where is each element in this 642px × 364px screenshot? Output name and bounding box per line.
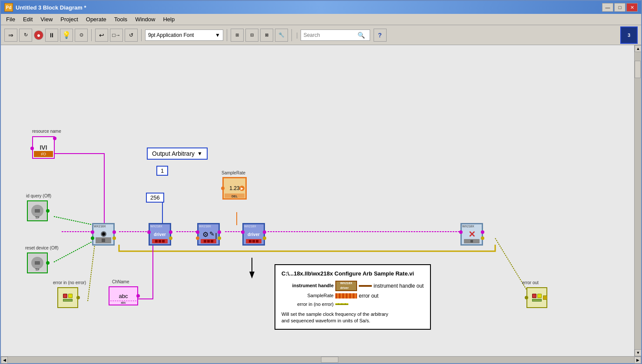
close-button[interactable]: ✕	[626, 3, 638, 12]
del-label: DEL	[232, 195, 238, 198]
search-input[interactable]	[304, 32, 356, 38]
tooltip-row1-wire: WX218Xdriver instrument handle out	[335, 281, 424, 291]
wx4-right-conn	[263, 230, 266, 234]
highlight-button[interactable]: 💡	[60, 29, 73, 42]
error-in-block[interactable]	[57, 287, 78, 308]
sample-rate-body: 1.23 ▶ DEL	[222, 177, 247, 200]
tooltip-row2-wire: error out	[335, 292, 378, 300]
gbar-sq1	[470, 240, 473, 243]
run-button[interactable]: ⇒	[4, 29, 17, 42]
scroll-right-button[interactable]: ▶	[634, 357, 641, 364]
id-query-label: id query (Off)	[26, 193, 51, 198]
tf-label-reset: TF	[35, 268, 40, 272]
tooltip-row1-right: instrument handle out	[374, 282, 424, 290]
wx218x-block-2[interactable]: WX218X driver	[149, 223, 171, 246]
wx2-right-conn	[169, 230, 172, 234]
wx218x-block-4[interactable]: WX218X driver	[242, 223, 265, 246]
distribute-button[interactable]: ⊟	[245, 29, 258, 42]
ch-name-body: abc abc	[109, 286, 138, 305]
ch-name-connector	[136, 294, 140, 298]
rotate-button[interactable]: ↺	[125, 29, 138, 42]
menu-tools[interactable]: Tools	[111, 15, 131, 24]
output-arbitrary-dropdown[interactable]: Output Arbitrary ▼	[147, 148, 208, 160]
abort-button[interactable]: ●	[34, 30, 43, 40]
error-out-block[interactable]	[526, 287, 547, 308]
wx1-left-conn	[91, 230, 94, 234]
wx-label-1: WX218X	[94, 225, 106, 228]
eo2	[537, 294, 542, 298]
scroll-thumb-right[interactable]	[635, 61, 641, 78]
menu-project[interactable]: Project	[57, 15, 81, 24]
eo3	[532, 299, 542, 302]
align-button[interactable]: ⊞	[231, 29, 244, 42]
sr-connector	[221, 187, 225, 190]
zoom-button[interactable]: 🔧	[275, 29, 288, 42]
scroll-up-button[interactable]: ▲	[635, 45, 641, 52]
sub-sq1	[102, 239, 105, 242]
ivi-control-block[interactable]: IVI I/O	[32, 136, 55, 159]
wx2-left-conn	[147, 230, 151, 234]
scroll-thumb-bottom[interactable]	[321, 357, 338, 363]
const-256-body: 256	[146, 193, 164, 203]
reset-device-block[interactable]: TF	[27, 253, 48, 273]
const-256-block[interactable]: 256	[146, 193, 164, 203]
bool-inner	[35, 209, 40, 213]
rbar3-sq1	[249, 240, 252, 243]
ivi-block-body: IVI I/O	[32, 136, 55, 159]
pause-button[interactable]: ⏸	[45, 29, 58, 42]
font-selector[interactable]: 9pt Application Font ▼	[145, 30, 223, 41]
tooltip-desc: Will set the sample clock frequency of t…	[281, 311, 424, 325]
wx3-left-conn	[196, 230, 199, 234]
step-over-button[interactable]: ⊙	[75, 29, 88, 42]
wx218x-block-3[interactable]: WX218X ⚙ ✎	[197, 223, 220, 246]
resource-name-label: resource name	[32, 129, 61, 134]
canvas[interactable]: resource name IVI I/O id query (Off)	[1, 45, 634, 356]
reset-connector	[46, 261, 50, 265]
maximize-button[interactable]: □	[614, 3, 625, 12]
ch-name-block[interactable]: abc abc	[109, 286, 138, 305]
font-name: 9pt Application Font	[148, 32, 194, 38]
error-in-body	[57, 287, 78, 308]
wx5-right-conn2	[481, 236, 484, 240]
wx-label-5: WX218X	[462, 225, 474, 228]
wx-red-bar-3	[201, 239, 216, 243]
help-button[interactable]: ?	[374, 29, 387, 42]
menu-operate[interactable]: Operate	[83, 15, 110, 24]
title-bar-left: Pd Untitled 3 Block Diagram *	[4, 3, 86, 12]
wx3-right-conn	[218, 230, 221, 234]
output-arbitrary-block[interactable]: Output Arbitrary ▼	[147, 148, 208, 160]
id-query-block[interactable]: TF	[27, 200, 48, 221]
sample-rate-block[interactable]: 1.23 ▶ DEL	[222, 177, 247, 200]
error-out-connector	[525, 296, 528, 299]
menu-edit[interactable]: Edit	[20, 15, 36, 24]
menu-view[interactable]: View	[37, 15, 56, 24]
run-continuously-button[interactable]: ↻	[19, 29, 32, 42]
scroll-track-bottom[interactable]	[8, 357, 634, 363]
resize-button[interactable]: ⊠	[260, 29, 273, 42]
redo-button[interactable]: □→	[110, 29, 123, 42]
scroll-down-button[interactable]: ▼	[635, 349, 641, 356]
wx218x-block-5[interactable]: WX218X ✕	[460, 223, 483, 246]
wx218x-block-1[interactable]: WX218X ✺	[92, 223, 115, 246]
menu-window[interactable]: Window	[132, 15, 159, 24]
wx2-right-conn2	[169, 236, 172, 240]
search-box[interactable]: 🔍	[301, 30, 370, 41]
wx1-right-conn2	[113, 236, 116, 240]
main-area: resource name IVI I/O id query (Off)	[1, 45, 641, 356]
menu-help[interactable]: Help	[159, 15, 178, 24]
rbar-sq3	[162, 240, 165, 243]
const-1-block[interactable]: 1	[156, 166, 168, 176]
menu-file[interactable]: File	[3, 15, 19, 24]
scroll-track-right[interactable]	[635, 52, 641, 349]
error-row2	[63, 299, 73, 302]
sr-increment: ▶	[239, 186, 245, 191]
search-icon[interactable]: 🔍	[357, 32, 365, 39]
undo-button[interactable]: ↩	[95, 29, 108, 42]
close-x-icon: ✕	[468, 229, 476, 239]
tooltip-row3-label: error in (no error)	[281, 301, 334, 308]
const-1-body: 1	[156, 166, 168, 176]
bool-inner2	[35, 261, 40, 265]
title-bar: Pd Untitled 3 Block Diagram * — □ ✕	[1, 1, 641, 14]
scroll-left-button[interactable]: ◀	[1, 357, 8, 364]
minimize-button[interactable]: —	[602, 3, 613, 12]
